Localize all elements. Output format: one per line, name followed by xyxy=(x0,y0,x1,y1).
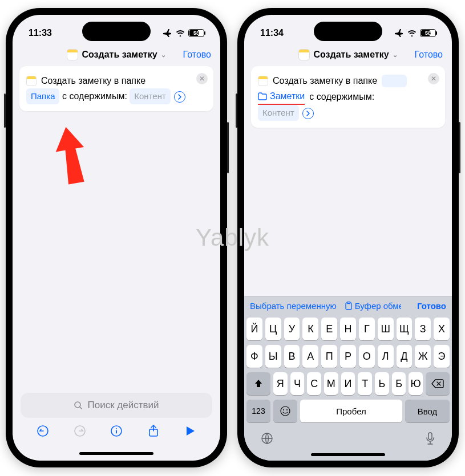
letter-key[interactable]: Ж xyxy=(415,345,431,368)
notes-icon xyxy=(26,76,37,86)
folder-token[interactable]: Папка xyxy=(26,88,59,104)
svg-point-9 xyxy=(281,406,290,416)
shift-key[interactable] xyxy=(246,372,270,395)
phone-frame-left: 11:33 58 Создать зам xyxy=(6,8,227,467)
content-token[interactable]: Контент xyxy=(258,105,299,121)
emoji-key[interactable] xyxy=(273,400,297,422)
action-card[interactable]: ✕ Создать заметку в папке Папка с содерж… xyxy=(19,66,213,111)
status-time: 11:34 xyxy=(260,28,284,38)
keyboard-done-button[interactable]: Готово xyxy=(417,301,446,311)
folder-selected-chip[interactable]: Заметки xyxy=(258,88,305,105)
letter-key[interactable]: Ш xyxy=(378,318,394,340)
letter-key[interactable]: Т xyxy=(358,372,372,395)
letter-key[interactable]: Д xyxy=(397,345,413,368)
clear-action-button[interactable]: ✕ xyxy=(428,73,439,84)
svg-point-10 xyxy=(283,409,284,410)
status-right: 58 xyxy=(395,29,436,37)
letter-key[interactable]: К xyxy=(302,318,318,340)
nav-title[interactable]: Создать заметку ⌄ xyxy=(67,49,165,60)
content-area: ✕ Создать заметку в папке Заметки xyxy=(244,66,452,296)
expand-action-button[interactable] xyxy=(302,108,314,119)
letter-key[interactable]: И xyxy=(341,372,355,395)
bottom-toolbar xyxy=(21,418,212,449)
content-token[interactable]: Контент xyxy=(130,88,171,104)
letter-key[interactable]: Л xyxy=(378,345,394,368)
letter-key[interactable]: С xyxy=(307,372,321,395)
action-text-prefix: Создать заметку в папке xyxy=(273,73,377,88)
letter-key[interactable]: М xyxy=(324,372,338,395)
enter-key[interactable]: Ввод xyxy=(405,400,450,422)
keyboard-row-2: ФЫВАПРОЛДЖЭ xyxy=(246,345,450,368)
folder-icon xyxy=(258,92,267,100)
dictation-key[interactable] xyxy=(424,432,436,446)
letter-key[interactable]: В xyxy=(284,345,300,368)
run-button[interactable] xyxy=(183,424,197,438)
done-button[interactable]: Готово xyxy=(415,50,443,60)
action-text-mid: с содержимым: xyxy=(309,89,374,104)
home-indicator[interactable] xyxy=(311,453,385,456)
search-actions-field[interactable]: Поиск действий xyxy=(21,393,212,418)
letter-key[interactable]: Ы xyxy=(265,345,281,368)
chevron-down-icon: ⌄ xyxy=(161,51,166,59)
letter-key[interactable]: Э xyxy=(434,345,450,368)
text-cursor-token[interactable] xyxy=(382,75,407,87)
letter-key[interactable]: Х xyxy=(434,318,450,340)
expand-action-button[interactable] xyxy=(174,91,185,103)
share-button[interactable] xyxy=(146,424,161,438)
battery-icon: 58 xyxy=(420,29,436,37)
wifi-icon xyxy=(407,30,417,36)
letter-key[interactable]: Щ xyxy=(397,318,413,340)
nav-title[interactable]: Создать заметку ⌄ xyxy=(298,49,397,60)
action-card[interactable]: ✕ Создать заметку в папке Заметки xyxy=(251,66,445,128)
globe-key[interactable] xyxy=(260,432,274,446)
home-indicator[interactable] xyxy=(79,452,153,455)
status-time: 11:33 xyxy=(29,28,52,38)
numbers-key[interactable]: 123 xyxy=(246,400,270,422)
battery-icon: 58 xyxy=(188,29,204,37)
letter-key[interactable]: Ц xyxy=(265,318,281,340)
redo-button[interactable] xyxy=(72,424,87,438)
keyboard: ЙЦУКЕНГШЩЗХ ФЫВАПРОЛДЖЭ ЯЧСМИТЬБЮ 123 xyxy=(244,315,452,461)
screen-left: 11:33 58 Создать зам xyxy=(13,15,220,461)
letter-key[interactable]: Ь xyxy=(375,372,389,395)
space-key[interactable]: Пробел xyxy=(300,400,402,422)
wifi-icon xyxy=(176,30,185,36)
dual-phone-stage: 11:33 58 Создать зам xyxy=(0,0,465,475)
letter-key[interactable]: Ю xyxy=(409,372,423,395)
nav-title-label: Создать заметку xyxy=(82,50,157,60)
notes-app-icon xyxy=(67,49,78,60)
letter-key[interactable]: Б xyxy=(392,372,406,395)
letter-key[interactable]: Я xyxy=(273,372,288,395)
letter-key[interactable]: У xyxy=(284,318,300,340)
search-icon xyxy=(74,401,83,410)
letter-key[interactable]: О xyxy=(359,345,375,368)
letter-key[interactable]: Е xyxy=(321,318,337,340)
bottom-area: Поиск действий xyxy=(13,393,220,461)
keyboard-row-1: ЙЦУКЕНГШЩЗХ xyxy=(246,318,450,340)
info-button[interactable] xyxy=(109,424,124,438)
letter-key[interactable]: Н xyxy=(340,318,356,340)
svg-point-11 xyxy=(286,409,288,410)
clipboard-chip[interactable]: Буфер обмен xyxy=(345,301,401,311)
letter-key[interactable]: Ч xyxy=(290,372,305,395)
done-button[interactable]: Готово xyxy=(183,50,211,60)
clear-action-button[interactable]: ✕ xyxy=(196,73,208,84)
letter-key[interactable]: Й xyxy=(246,318,262,340)
letter-key[interactable]: Р xyxy=(340,345,356,368)
folder-selected-label: Заметки xyxy=(270,88,305,104)
letter-key[interactable]: П xyxy=(321,345,337,368)
chevron-down-icon: ⌄ xyxy=(393,51,398,59)
letter-key[interactable]: З xyxy=(415,318,431,340)
undo-button[interactable] xyxy=(35,424,50,438)
letter-key[interactable]: Ф xyxy=(246,345,262,368)
nav-bar: Создать заметку ⌄ Готово xyxy=(244,46,452,66)
action-text-prefix: Создать заметку в папке xyxy=(41,73,145,88)
letter-key[interactable]: Г xyxy=(359,318,375,340)
pick-variable-button[interactable]: Выбрать переменную xyxy=(250,301,337,311)
notes-icon xyxy=(258,76,268,86)
backspace-key[interactable] xyxy=(426,372,450,395)
action-text-mid: с содержимым: xyxy=(62,91,127,101)
nav-bar: Создать заметку ⌄ Готово xyxy=(13,46,220,66)
svg-rect-8 xyxy=(347,302,350,303)
letter-key[interactable]: А xyxy=(302,345,318,368)
